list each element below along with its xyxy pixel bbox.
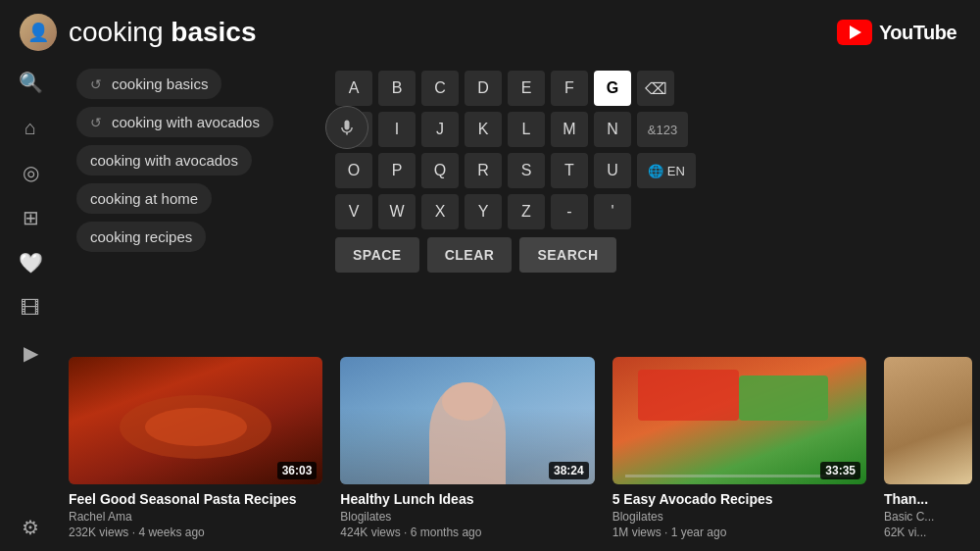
youtube-label: YouTube <box>879 22 956 44</box>
sidebar-item-subscriptions[interactable]: 🤍 <box>17 249 44 276</box>
key-t[interactable]: T <box>551 153 588 188</box>
sidebar-item-explore[interactable]: ◎ <box>17 159 44 186</box>
video-stats: 62K vi... <box>884 526 972 539</box>
key-a[interactable]: A <box>335 71 372 106</box>
sidebar-item-history[interactable]: 🎞 <box>17 294 44 322</box>
keyboard-row-1: A B C D E F G ⌫ <box>335 71 960 106</box>
video-card[interactable]: 36:03 Feel Good Seasonal Pasta Recipes R… <box>69 357 322 539</box>
key-numbers[interactable]: &123 <box>637 112 688 147</box>
thumb-image <box>884 357 972 484</box>
key-m[interactable]: M <box>551 112 588 147</box>
sidebar-item-search[interactable]: 🔍 <box>17 69 44 96</box>
video-thumbnail: 38:24 <box>340 357 594 484</box>
title-bold: basics <box>171 17 256 47</box>
keyboard-row-2: H I J K L M N &123 <box>335 112 960 147</box>
sidebar-item-shorts[interactable]: ▶ <box>17 339 44 367</box>
key-z[interactable]: Z <box>508 194 545 229</box>
video-stats: 1M views · 1 year ago <box>612 526 866 539</box>
key-r[interactable]: R <box>465 153 502 188</box>
video-card[interactable]: Than... Basic C... 62K vi... <box>884 357 972 539</box>
video-title: 5 Easy Avocado Recipes <box>612 490 866 508</box>
key-d[interactable]: D <box>465 71 502 106</box>
key-s[interactable]: S <box>508 153 545 188</box>
video-card[interactable]: 38:24 Healthy Lunch Ideas Blogilates 424… <box>340 357 594 539</box>
key-language[interactable]: 🌐 EN <box>637 153 696 188</box>
key-x[interactable]: X <box>421 194 459 229</box>
video-channel: Basic C... <box>884 510 972 524</box>
video-thumbnail: 36:03 <box>69 357 322 484</box>
search-button[interactable]: SEARCH <box>519 237 615 273</box>
key-dash[interactable]: - <box>551 194 588 229</box>
sidebar-item-home[interactable]: ⌂ <box>17 114 44 141</box>
key-g[interactable]: G <box>594 71 631 106</box>
mic-icon <box>337 118 357 137</box>
keyboard-action-row: SPACE CLEAR SEARCH <box>335 237 960 273</box>
clear-button[interactable]: CLEAR <box>427 237 513 273</box>
key-w[interactable]: W <box>378 194 416 229</box>
video-duration: 33:35 <box>820 462 860 479</box>
key-o[interactable]: O <box>335 153 372 188</box>
sidebar-item-settings[interactable]: ⚙ <box>17 520 44 547</box>
history-icon: ↺ <box>90 76 102 92</box>
suggestion-text: cooking basics <box>112 75 208 92</box>
suggestion-item[interactable]: cooking with avocados <box>76 145 252 175</box>
video-stats: 232K views · 4 weeks ago <box>69 526 322 539</box>
keyboard-row-3: O P Q R S T U 🌐 EN <box>335 153 960 188</box>
sidebar: 🔍 ⌂ ◎ ⊞ 🤍 🎞 ▶ ⚙ <box>0 61 61 547</box>
title-normal: cooking <box>69 17 171 47</box>
videos-row: 36:03 Feel Good Seasonal Pasta Recipes R… <box>61 357 980 551</box>
key-b[interactable]: B <box>378 71 416 106</box>
key-n[interactable]: N <box>594 112 631 147</box>
key-y[interactable]: Y <box>465 194 502 229</box>
key-k[interactable]: K <box>465 112 502 147</box>
keyboard-row-4: V W X Y Z - ' <box>335 194 960 229</box>
suggestion-text: cooking recipes <box>90 228 192 245</box>
video-thumbnail <box>884 357 972 484</box>
video-title: Feel Good Seasonal Pasta Recipes <box>69 490 322 508</box>
suggestion-text: cooking with avocados <box>90 152 238 169</box>
video-title: Than... <box>884 490 972 508</box>
key-u[interactable]: U <box>594 153 631 188</box>
key-p[interactable]: P <box>378 153 416 188</box>
suggestion-text: cooking at home <box>90 190 198 207</box>
suggestion-item[interactable]: cooking recipes <box>76 222 206 252</box>
key-v[interactable]: V <box>335 194 372 229</box>
header-left: 👤 cooking basics <box>20 14 256 51</box>
video-channel: Blogilates <box>612 510 866 524</box>
key-j[interactable]: J <box>421 112 459 147</box>
play-triangle <box>850 25 861 39</box>
mic-button[interactable] <box>325 106 368 149</box>
space-button[interactable]: SPACE <box>335 237 419 273</box>
video-duration: 36:03 <box>277 462 318 479</box>
key-l[interactable]: L <box>508 112 545 147</box>
video-duration: 38:24 <box>549 462 589 479</box>
suggestion-text: cooking with avocados <box>112 114 260 130</box>
video-stats: 424K views · 6 months ago <box>340 526 594 539</box>
suggestion-item[interactable]: cooking at home <box>76 183 212 214</box>
suggestion-item[interactable]: ↺ cooking with avocados <box>76 107 273 137</box>
youtube-icon <box>837 20 872 45</box>
avatar: 👤 <box>20 14 57 51</box>
key-q[interactable]: Q <box>421 153 459 188</box>
key-apostrophe[interactable]: ' <box>594 194 631 229</box>
video-channel: Rachel Ama <box>69 510 322 524</box>
key-backspace[interactable]: ⌫ <box>637 71 674 106</box>
page-title: cooking basics <box>69 17 256 48</box>
history-icon: ↺ <box>90 115 102 130</box>
sidebar-item-library[interactable]: ⊞ <box>17 204 44 231</box>
suggestion-item[interactable]: ↺ cooking basics <box>76 69 221 99</box>
key-e[interactable]: E <box>508 71 545 106</box>
header: 👤 cooking basics YouTube <box>0 0 980 61</box>
video-channel: Blogilates <box>340 510 594 524</box>
key-c[interactable]: C <box>421 71 459 106</box>
key-f[interactable]: F <box>551 71 588 106</box>
youtube-logo: YouTube <box>837 20 956 45</box>
video-card[interactable]: 33:35 5 Easy Avocado Recipes Blogilates … <box>612 357 866 539</box>
video-thumbnail: 33:35 <box>612 357 866 484</box>
key-i[interactable]: I <box>378 112 416 147</box>
video-title: Healthy Lunch Ideas <box>340 490 594 508</box>
